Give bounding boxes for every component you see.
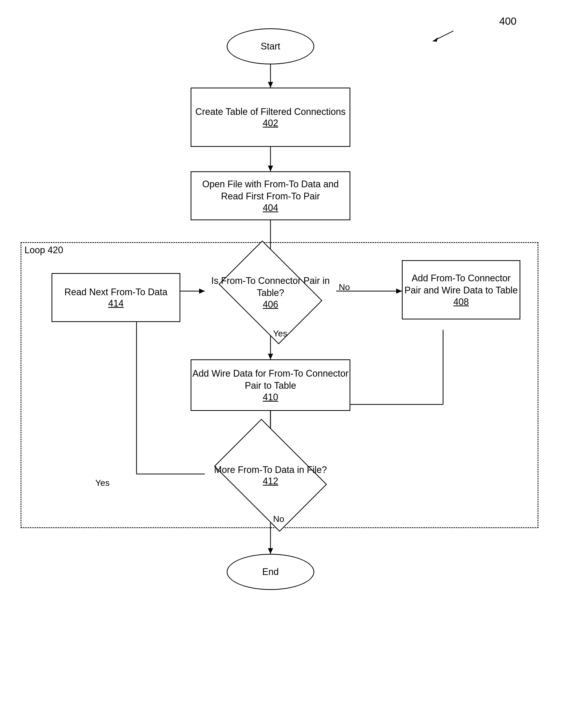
add-fromto-label: Add From-To Connector Pair and Wire Data… [403,272,520,297]
start-label: Start [261,40,280,53]
is-fromto-shape: Is From-To Connector Pair in Table? 406 [205,258,336,327]
add-wire-label: Add Wire Data for From-To Connector Pair… [191,368,350,392]
add-fromto-ref: 408 [403,297,520,307]
more-data-shape: More From-To Data in File? 412 [205,438,336,513]
svg-marker-3 [268,82,273,88]
end-shape: End [227,554,314,590]
flowchart-diagram: 400 [0,0,568,728]
no-more-label: No [273,514,284,524]
open-file-ref: 404 [191,202,350,213]
end-label: End [262,566,279,578]
open-file-label: Open File with From-To Data and Read Fir… [191,178,350,202]
diagram-ref-number: 400 [499,15,516,27]
no-fromto-label: No [339,282,350,292]
create-table-shape: Create Table of Filtered Connections 402 [191,88,350,147]
add-fromto-shape: Add From-To Connector Pair and Wire Data… [402,260,520,319]
start-shape: Start [227,28,314,64]
svg-marker-21 [268,548,273,554]
svg-marker-1 [433,37,438,42]
svg-marker-5 [268,166,273,171]
open-file-shape: Open File with From-To Data and Read Fir… [191,171,350,220]
is-fromto-ref: 406 [205,299,336,310]
read-next-ref: 414 [64,298,167,309]
loop-label: Loop 420 [24,245,63,256]
create-table-label: Create Table of Filtered Connections [195,106,346,118]
read-next-label: Read Next From-To Data [64,286,167,298]
read-next-shape: Read Next From-To Data 414 [52,273,180,322]
add-wire-shape: Add Wire Data for From-To Connector Pair… [191,359,350,411]
more-data-label: More From-To Data in File? [214,464,327,476]
yes-fromto-label: Yes [273,328,287,338]
yes-more-label: Yes [95,478,109,488]
create-table-ref: 402 [195,118,346,129]
add-wire-ref: 410 [191,392,350,403]
svg-line-0 [433,31,453,41]
more-data-ref: 412 [214,476,327,487]
is-fromto-label: Is From-To Connector Pair in Table? [205,275,336,299]
